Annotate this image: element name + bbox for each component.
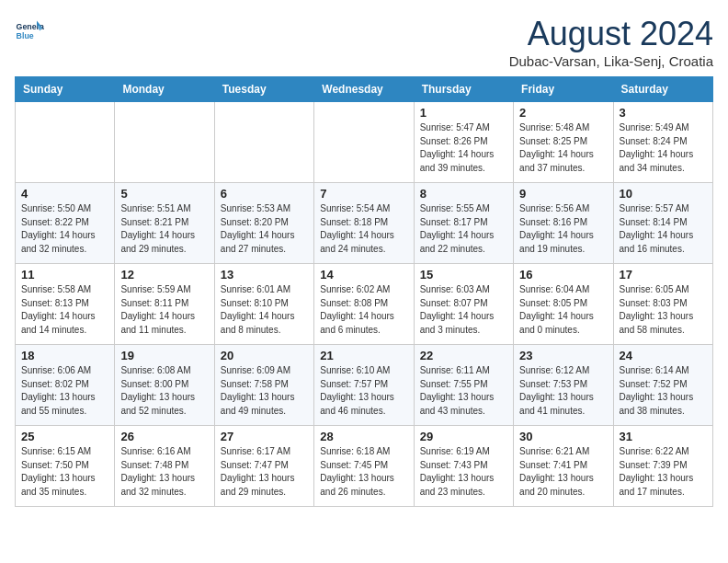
calendar-day-cell: 4Sunrise: 5:50 AM Sunset: 8:22 PM Daylig… — [16, 183, 115, 264]
day-number: 28 — [320, 430, 407, 443]
day-number: 19 — [120, 349, 208, 362]
title-block: August 2024 Dubac-Varsan, Lika-Senj, Cro… — [509, 15, 713, 69]
day-info: Sunrise: 6:12 AM Sunset: 7:53 PM Dayligh… — [519, 364, 607, 418]
month-year-title: August 2024 — [509, 15, 713, 53]
calendar-body: 1Sunrise: 5:47 AM Sunset: 8:26 PM Daylig… — [16, 102, 713, 507]
day-number: 17 — [620, 268, 707, 282]
day-info: Sunrise: 6:05 AM Sunset: 8:03 PM Dayligh… — [620, 283, 707, 337]
day-info: Sunrise: 6:17 AM Sunset: 7:47 PM Dayligh… — [221, 445, 308, 499]
calendar-day-cell: 11Sunrise: 5:58 AM Sunset: 8:13 PM Dayli… — [16, 264, 115, 345]
calendar-header-row: SundayMondayTuesdayWednesdayThursdayFrid… — [16, 77, 713, 102]
calendar-day-cell: 17Sunrise: 6:05 AM Sunset: 8:03 PM Dayli… — [613, 264, 712, 345]
calendar-table: SundayMondayTuesdayWednesdayThursdayFrid… — [15, 76, 713, 507]
weekday-header: Saturday — [613, 77, 712, 102]
weekday-header: Thursday — [414, 77, 513, 102]
calendar-week-row: 1Sunrise: 5:47 AM Sunset: 8:26 PM Daylig… — [16, 102, 713, 183]
calendar-day-cell: 22Sunrise: 6:11 AM Sunset: 7:55 PM Dayli… — [414, 345, 513, 426]
day-info: Sunrise: 5:58 AM Sunset: 8:13 PM Dayligh… — [21, 283, 108, 337]
day-info: Sunrise: 5:55 AM Sunset: 8:17 PM Dayligh… — [420, 202, 507, 256]
calendar-day-cell: 31Sunrise: 6:22 AM Sunset: 7:39 PM Dayli… — [613, 426, 712, 507]
calendar-week-row: 4Sunrise: 5:50 AM Sunset: 8:22 PM Daylig… — [16, 183, 713, 264]
day-info: Sunrise: 6:15 AM Sunset: 7:50 PM Dayligh… — [21, 445, 108, 499]
day-number: 13 — [221, 268, 308, 282]
day-number: 23 — [519, 349, 607, 362]
calendar-day-cell: 16Sunrise: 6:04 AM Sunset: 8:05 PM Dayli… — [514, 264, 613, 345]
day-number: 22 — [420, 349, 507, 362]
day-info: Sunrise: 6:11 AM Sunset: 7:55 PM Dayligh… — [420, 364, 507, 418]
calendar-day-cell: 7Sunrise: 5:54 AM Sunset: 8:18 PM Daylig… — [314, 183, 414, 264]
day-number: 31 — [620, 430, 707, 443]
calendar-day-cell: 12Sunrise: 5:59 AM Sunset: 8:11 PM Dayli… — [115, 264, 214, 345]
day-number: 25 — [21, 430, 108, 443]
day-info: Sunrise: 6:04 AM Sunset: 8:05 PM Dayligh… — [519, 283, 607, 337]
day-info: Sunrise: 6:16 AM Sunset: 7:48 PM Dayligh… — [120, 445, 208, 499]
calendar-week-row: 25Sunrise: 6:15 AM Sunset: 7:50 PM Dayli… — [16, 426, 713, 507]
page-header: General Blue August 2024 Dubac-Varsan, L… — [15, 15, 713, 69]
calendar-day-cell: 30Sunrise: 6:21 AM Sunset: 7:41 PM Dayli… — [514, 426, 613, 507]
day-number: 14 — [320, 268, 407, 282]
day-info: Sunrise: 5:48 AM Sunset: 8:25 PM Dayligh… — [519, 121, 607, 175]
calendar-day-cell — [214, 102, 313, 183]
day-info: Sunrise: 6:09 AM Sunset: 7:58 PM Dayligh… — [221, 364, 308, 418]
day-info: Sunrise: 6:06 AM Sunset: 8:02 PM Dayligh… — [21, 364, 108, 418]
day-number: 29 — [420, 430, 507, 443]
day-number: 20 — [221, 349, 308, 362]
svg-text:Blue: Blue — [17, 31, 34, 40]
day-info: Sunrise: 5:54 AM Sunset: 8:18 PM Dayligh… — [320, 202, 407, 256]
location-subtitle: Dubac-Varsan, Lika-Senj, Croatia — [509, 53, 713, 69]
day-number: 4 — [21, 187, 108, 201]
weekday-header: Tuesday — [214, 77, 313, 102]
calendar-day-cell: 6Sunrise: 5:53 AM Sunset: 8:20 PM Daylig… — [214, 183, 313, 264]
day-number: 8 — [420, 187, 507, 201]
day-info: Sunrise: 6:14 AM Sunset: 7:52 PM Dayligh… — [620, 364, 707, 418]
day-info: Sunrise: 5:57 AM Sunset: 8:14 PM Dayligh… — [620, 202, 707, 256]
day-number: 1 — [420, 106, 507, 120]
calendar-week-row: 11Sunrise: 5:58 AM Sunset: 8:13 PM Dayli… — [16, 264, 713, 345]
weekday-header: Friday — [514, 77, 613, 102]
calendar-day-cell: 29Sunrise: 6:19 AM Sunset: 7:43 PM Dayli… — [414, 426, 513, 507]
day-info: Sunrise: 5:47 AM Sunset: 8:26 PM Dayligh… — [420, 121, 507, 175]
calendar-day-cell: 20Sunrise: 6:09 AM Sunset: 7:58 PM Dayli… — [214, 345, 313, 426]
day-number: 7 — [320, 187, 407, 201]
day-number: 6 — [221, 187, 308, 201]
day-number: 16 — [519, 268, 607, 282]
calendar-day-cell: 10Sunrise: 5:57 AM Sunset: 8:14 PM Dayli… — [613, 183, 712, 264]
calendar-day-cell: 8Sunrise: 5:55 AM Sunset: 8:17 PM Daylig… — [414, 183, 513, 264]
weekday-header: Wednesday — [314, 77, 414, 102]
day-number: 11 — [21, 268, 108, 282]
day-number: 2 — [519, 106, 607, 120]
calendar-day-cell: 28Sunrise: 6:18 AM Sunset: 7:45 PM Dayli… — [314, 426, 414, 507]
calendar-day-cell: 3Sunrise: 5:49 AM Sunset: 8:24 PM Daylig… — [613, 102, 712, 183]
calendar-day-cell: 19Sunrise: 6:08 AM Sunset: 8:00 PM Dayli… — [115, 345, 214, 426]
calendar-day-cell: 24Sunrise: 6:14 AM Sunset: 7:52 PM Dayli… — [613, 345, 712, 426]
calendar-day-cell: 26Sunrise: 6:16 AM Sunset: 7:48 PM Dayli… — [115, 426, 214, 507]
day-number: 18 — [21, 349, 108, 362]
day-info: Sunrise: 6:18 AM Sunset: 7:45 PM Dayligh… — [320, 445, 407, 499]
day-number: 3 — [620, 106, 707, 120]
day-number: 26 — [120, 430, 208, 443]
day-info: Sunrise: 6:19 AM Sunset: 7:43 PM Dayligh… — [420, 445, 507, 499]
calendar-day-cell: 18Sunrise: 6:06 AM Sunset: 8:02 PM Dayli… — [16, 345, 115, 426]
day-info: Sunrise: 5:59 AM Sunset: 8:11 PM Dayligh… — [120, 283, 208, 337]
calendar-day-cell: 23Sunrise: 6:12 AM Sunset: 7:53 PM Dayli… — [514, 345, 613, 426]
day-number: 27 — [221, 430, 308, 443]
day-number: 9 — [519, 187, 607, 201]
calendar-day-cell: 14Sunrise: 6:02 AM Sunset: 8:08 PM Dayli… — [314, 264, 414, 345]
day-info: Sunrise: 6:03 AM Sunset: 8:07 PM Dayligh… — [420, 283, 507, 337]
calendar-day-cell: 2Sunrise: 5:48 AM Sunset: 8:25 PM Daylig… — [514, 102, 613, 183]
logo: General Blue — [15, 15, 44, 44]
day-number: 24 — [620, 349, 707, 362]
day-info: Sunrise: 6:22 AM Sunset: 7:39 PM Dayligh… — [620, 445, 707, 499]
calendar-day-cell: 15Sunrise: 6:03 AM Sunset: 8:07 PM Dayli… — [414, 264, 513, 345]
day-info: Sunrise: 6:08 AM Sunset: 8:00 PM Dayligh… — [120, 364, 208, 418]
day-number: 12 — [120, 268, 208, 282]
calendar-day-cell: 21Sunrise: 6:10 AM Sunset: 7:57 PM Dayli… — [314, 345, 414, 426]
day-info: Sunrise: 5:51 AM Sunset: 8:21 PM Dayligh… — [120, 202, 208, 256]
day-info: Sunrise: 5:49 AM Sunset: 8:24 PM Dayligh… — [620, 121, 707, 175]
day-info: Sunrise: 5:50 AM Sunset: 8:22 PM Dayligh… — [21, 202, 108, 256]
day-number: 21 — [320, 349, 407, 362]
day-info: Sunrise: 5:53 AM Sunset: 8:20 PM Dayligh… — [221, 202, 308, 256]
day-info: Sunrise: 6:21 AM Sunset: 7:41 PM Dayligh… — [519, 445, 607, 499]
calendar-day-cell: 1Sunrise: 5:47 AM Sunset: 8:26 PM Daylig… — [414, 102, 513, 183]
calendar-week-row: 18Sunrise: 6:06 AM Sunset: 8:02 PM Dayli… — [16, 345, 713, 426]
